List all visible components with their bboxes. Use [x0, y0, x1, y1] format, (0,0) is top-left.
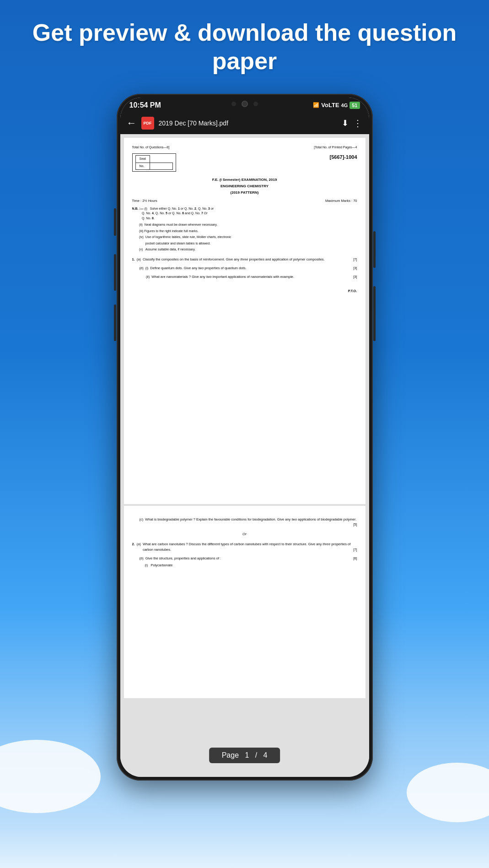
- page-title: Get preview & download the question pape…: [0, 0, 489, 89]
- q2b-subitem: (i) Polycarbonate: [132, 563, 357, 568]
- q1-text: Classify the composites on the basis of …: [143, 257, 357, 262]
- nb-section: N.B. :— (i) Solve either Q. No. 1 or Q. …: [132, 206, 357, 221]
- pdf-icon: PDF: [141, 117, 154, 130]
- volume-left-button-2: [114, 254, 116, 291]
- download-button[interactable]: ⬇: [342, 118, 349, 128]
- q1-row: 1. (a) Classify the composites on the ba…: [132, 257, 357, 262]
- subject-title: ENGINEERING CHEMISTRY: [132, 184, 357, 189]
- phone-device: 10:54 PM 📶 VoLTE 4G 51 ← PDF 2019 Dec [7…: [117, 94, 373, 781]
- pto-label: P.T.O.: [132, 288, 357, 293]
- app-toolbar: ← PDF 2019 Dec [70 Marks].pdf ⬇ ⋮: [120, 112, 369, 134]
- total-pages-label: [Total No. of Printed Pages—4: [314, 145, 357, 150]
- seat-label: Seat: [135, 156, 150, 163]
- pdf-page-1: Total No. of Questions—8] [Total No. of …: [124, 138, 365, 504]
- power-button: [373, 231, 376, 268]
- back-button[interactable]: ←: [127, 117, 137, 129]
- volume-right-button: [373, 286, 376, 341]
- q2b-row: (b) Give the structure, properties and a…: [132, 556, 357, 561]
- q-c-section: (c) What is biodegradable polymer ? Expl…: [132, 517, 357, 527]
- status-time: 10:54 PM: [129, 101, 161, 109]
- q1-number: 1.: [132, 257, 135, 262]
- instruction-2: (ii) Neat diagrams must be drawn whereve…: [132, 222, 357, 228]
- pattern-label: (2019 PATTERN): [132, 190, 357, 195]
- total-pages: 4: [263, 751, 267, 759]
- q2-number: 2.: [132, 542, 135, 552]
- time-label: Time : 2½ Hours: [132, 198, 157, 203]
- total-questions-label: Total No. of Questions—8]: [132, 145, 170, 150]
- camera-icon: [242, 101, 248, 107]
- exam-title: F.E. (I Semester) EXAMINATION, 2019: [132, 177, 357, 183]
- wifi-icon: VoLTE: [321, 102, 339, 108]
- marks-label: Maximum Marks : 70: [325, 198, 357, 203]
- instruction-4b: pocket calculator and steam tables is al…: [132, 241, 357, 246]
- instruction-4: (iv) Use of logarithmic tables, slide ru…: [132, 235, 357, 240]
- q1b-number-spacer: [132, 266, 138, 271]
- q2-text: What are carbon nanotubes ? Discuss the …: [143, 542, 357, 552]
- q2-row: 2. (a) What are carbon nanotubes ? Discu…: [132, 542, 357, 552]
- q1c-row: (ii) What are nanomaterials ? Give any t…: [132, 274, 357, 279]
- question-1b: (b) (i) Define quantum dots. Give any tw…: [132, 266, 357, 271]
- q1c-text: What are nanomaterials ? Give any two im…: [151, 274, 357, 279]
- notch: [208, 98, 281, 110]
- battery-indicator: 51: [349, 102, 360, 109]
- qc-spacer: [132, 517, 138, 527]
- q2b-spacer: [132, 556, 138, 561]
- instruction-5: (v) Assume suitable data, if necessary.: [132, 247, 357, 252]
- nb-heading: N.B. :—: [132, 207, 144, 210]
- header-section: Get preview & download the question pape…: [0, 0, 489, 89]
- no-label: No.: [135, 163, 150, 170]
- q1b-subpart: (i): [145, 266, 149, 271]
- page-label: Page: [222, 751, 239, 759]
- page-indicator: Page 1 / 4: [209, 748, 280, 763]
- current-page: 1: [245, 751, 249, 759]
- notch-dot-right: [253, 102, 258, 106]
- pdf-page-2: (c) What is biodegradable polymer ? Expl…: [124, 506, 365, 698]
- instruction-1b: Q. No. 4, Q. No. 5 or Q. No. 6 and Q. No…: [132, 212, 208, 215]
- pdf-viewer: Total No. of Questions—8] [Total No. of …: [120, 134, 369, 777]
- time-marks-row: Time : 2½ Hours Maximum Marks : 70: [132, 198, 357, 203]
- q1c-subpart: (ii): [146, 274, 150, 279]
- q1b-part: (b): [140, 266, 144, 271]
- paper-code: [5667]-1004: [330, 153, 357, 161]
- qc-text: What is biodegradable polymer ? Explain …: [145, 517, 357, 527]
- volume-left-button-1: [114, 208, 116, 236]
- pdf-header-row: Total No. of Questions—8] [Total No. of …: [132, 145, 357, 150]
- question-2: 2. (a) What are carbon nanotubes ? Discu…: [132, 542, 357, 552]
- file-name-label: 2019 Dec [70 Marks].pdf: [159, 119, 337, 127]
- more-options-button[interactable]: ⋮: [353, 118, 363, 129]
- instruction-3: (iii) Figures to the right indicate full…: [132, 229, 357, 234]
- question-1c: (ii) What are nanomaterials ? Give any t…: [132, 274, 357, 279]
- notch-dot-left: [231, 102, 236, 106]
- phone-wrapper: 10:54 PM 📶 VoLTE 4G 51 ← PDF 2019 Dec [7…: [0, 89, 489, 781]
- instruction-1c: Q. No. 8.: [132, 217, 155, 220]
- phone-screen: 10:54 PM 📶 VoLTE 4G 51 ← PDF 2019 Dec [7…: [120, 98, 369, 777]
- status-icons: 📶 VoLTE 4G 51: [313, 102, 360, 109]
- q2b-part: (b): [140, 556, 144, 561]
- qc-row: (c) What is biodegradable polymer ? Expl…: [132, 517, 357, 527]
- data-icon: 4G: [341, 103, 348, 108]
- page-separator: /: [255, 751, 257, 759]
- question-2b: (b) Give the structure, properties and a…: [132, 556, 357, 568]
- q2b-text: Give the structure, properties and appli…: [145, 556, 357, 561]
- q1c-part-spacer: [140, 274, 144, 279]
- volume-left-button-3: [114, 304, 116, 341]
- question-1: 1. (a) Classify the composites on the ba…: [132, 257, 357, 262]
- q1b-text: Define quantum dots. Give any two proper…: [150, 266, 357, 271]
- or-divider: Or: [132, 532, 357, 537]
- q1b-row: (b) (i) Define quantum dots. Give any tw…: [132, 266, 357, 271]
- qc-part: (c): [140, 517, 144, 527]
- q2-part: (a): [137, 542, 141, 552]
- seat-number-box: Seat No.: [132, 153, 176, 172]
- q1-part: (a): [137, 257, 141, 262]
- instruction-1: (i) Solve either Q. No. 1 or Q. No. 2, Q…: [145, 207, 214, 210]
- signal-icon: 📶: [313, 102, 319, 108]
- q1c-number-spacer: [132, 274, 138, 279]
